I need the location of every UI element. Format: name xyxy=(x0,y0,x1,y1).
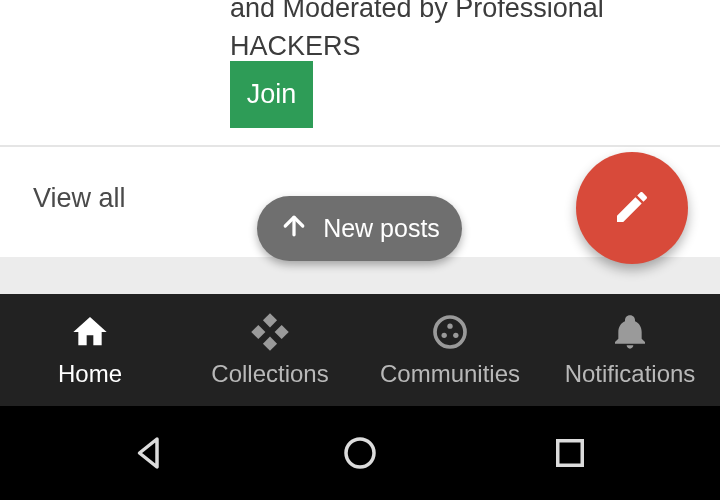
collections-icon xyxy=(250,312,290,352)
new-posts-label: New posts xyxy=(323,214,440,243)
android-recent-button[interactable] xyxy=(510,423,630,483)
android-system-nav xyxy=(0,406,720,500)
tab-notifications-label: Notifications xyxy=(565,360,696,388)
community-card: and Moderated by Professional HACKERS Jo… xyxy=(0,0,720,145)
compose-fab[interactable] xyxy=(576,152,688,264)
tab-notifications[interactable]: Notifications xyxy=(540,294,720,406)
svg-point-6 xyxy=(442,333,447,338)
tab-home[interactable]: Home xyxy=(0,294,180,406)
svg-rect-3 xyxy=(263,337,277,351)
community-desc-line2: HACKERS xyxy=(230,28,604,66)
svg-point-5 xyxy=(447,324,452,329)
feed-background xyxy=(0,257,720,294)
tab-collections-label: Collections xyxy=(211,360,328,388)
arrow-up-icon xyxy=(279,211,309,247)
communities-icon xyxy=(430,312,470,352)
svg-point-8 xyxy=(346,439,374,467)
community-desc-line1: and Moderated by Professional xyxy=(230,0,604,28)
bell-icon xyxy=(610,312,650,352)
new-posts-button[interactable]: New posts xyxy=(257,196,462,261)
android-home-button[interactable] xyxy=(300,423,420,483)
android-back-button[interactable] xyxy=(90,423,210,483)
svg-rect-9 xyxy=(558,441,583,466)
join-button[interactable]: Join xyxy=(230,61,313,128)
home-icon xyxy=(70,312,110,352)
svg-rect-0 xyxy=(263,313,277,327)
svg-point-7 xyxy=(453,333,458,338)
tab-home-label: Home xyxy=(58,360,122,388)
svg-rect-2 xyxy=(275,325,289,339)
tab-collections[interactable]: Collections xyxy=(180,294,360,406)
tab-communities[interactable]: Communities xyxy=(360,294,540,406)
view-all-link[interactable]: View all xyxy=(33,183,126,214)
tab-communities-label: Communities xyxy=(380,360,520,388)
svg-point-4 xyxy=(435,317,465,347)
bottom-tab-bar: Home Collections Communities Notificatio… xyxy=(0,294,720,406)
svg-rect-1 xyxy=(251,325,265,339)
community-description: and Moderated by Professional HACKERS xyxy=(230,0,604,66)
pencil-icon xyxy=(612,187,652,230)
